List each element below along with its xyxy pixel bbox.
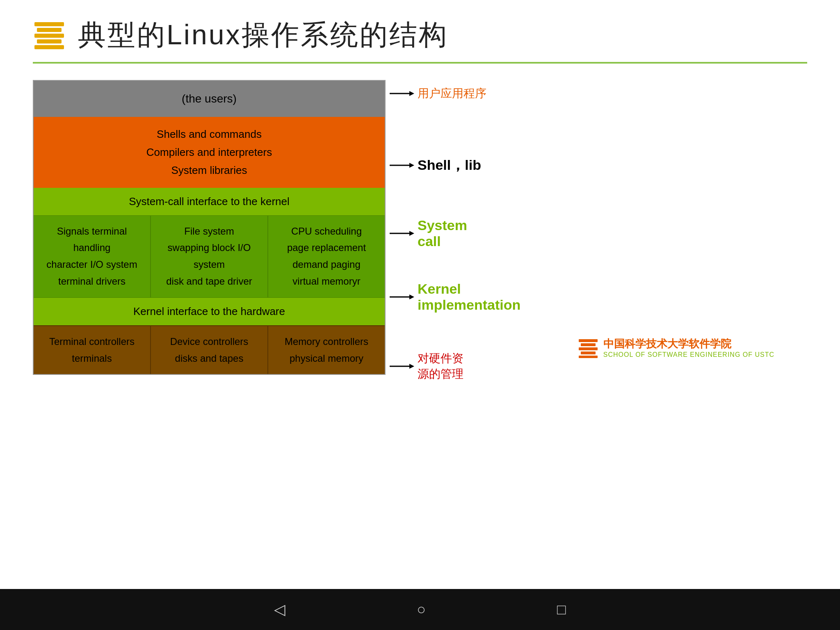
svg-rect-15 — [579, 339, 598, 342]
recent-button[interactable]: □ — [557, 601, 566, 618]
hw-label-text: 对硬件资 源的管理 — [418, 351, 463, 382]
school-logo: 中国科学技术大学软件学院 SCHOOL OF SOFTWARE ENGINEER… — [578, 337, 774, 358]
kernel-layer: Signals terminal handling character I/O … — [34, 215, 385, 297]
school-text: 中国科学技术大学软件学院 SCHOOL OF SOFTWARE ENGINEER… — [603, 337, 774, 358]
arrow-users — [390, 89, 414, 98]
architecture-diagram: (the users) Shells and commands Compiler… — [33, 80, 386, 375]
users-label-row: 用户应用程序 — [390, 86, 486, 101]
content-area: (the users) Shells and commands Compiler… — [33, 80, 807, 375]
kernel-cell-cpu: CPU scheduling page replacement demand p… — [268, 216, 385, 297]
hw-cell-memory: Memory controllers physical memory — [268, 326, 385, 374]
svg-rect-3 — [37, 39, 62, 43]
kernel-label-text: Kernel implementation — [418, 281, 520, 313]
slide-title: 典型的Linux操作系统的结构 — [78, 16, 448, 54]
syscall-label-row: System call — [390, 217, 467, 249]
arrow-syscall — [390, 228, 414, 238]
kernel-cell-signals: Signals terminal handling character I/O … — [34, 216, 151, 297]
users-label-text: 用户应用程序 — [418, 86, 486, 101]
svg-rect-0 — [34, 22, 64, 26]
svg-marker-14 — [409, 364, 414, 369]
svg-marker-12 — [409, 294, 414, 299]
arrow-kernel — [390, 292, 414, 302]
home-button[interactable]: ○ — [417, 601, 426, 618]
ustc-logo-icon — [33, 19, 66, 52]
school-en-name: SCHOOL OF SOFTWARE ENGINEERING OF USTC — [603, 351, 774, 358]
shell-label-text: Shell，lib — [418, 156, 481, 175]
syscall-layer: System-call interface to the kernel — [34, 188, 385, 215]
arrow-shell — [390, 160, 414, 170]
svg-rect-19 — [579, 356, 598, 358]
school-cn-name: 中国科学技术大学软件学院 — [603, 337, 774, 351]
arrow-hw — [390, 361, 414, 371]
svg-rect-2 — [34, 34, 64, 38]
slide-header: 典型的Linux操作系统的结构 — [33, 16, 807, 54]
orange-layer: Shells and commands Compilers and interp… — [34, 117, 385, 188]
back-button[interactable]: ◁ — [274, 601, 285, 618]
svg-rect-4 — [34, 45, 64, 49]
svg-rect-16 — [581, 343, 596, 346]
slide-area: 典型的Linux操作系统的结构 (the users) Shells and c… — [0, 0, 840, 589]
svg-marker-8 — [409, 163, 414, 168]
svg-marker-10 — [409, 231, 414, 236]
hw-cell-device: Device controllers disks and tapes — [151, 326, 268, 374]
header-divider — [33, 62, 807, 64]
svg-rect-18 — [581, 352, 596, 354]
school-logo-icon — [578, 338, 598, 358]
svg-rect-1 — [37, 28, 62, 32]
kernel-cell-filesystem: File system swapping block I/O system di… — [151, 216, 268, 297]
hw-cell-terminal: Terminal controllers terminals — [34, 326, 151, 374]
hw-interface-layer: Kernel interface to the hardware — [34, 297, 385, 325]
nav-bar: ◁ ○ □ — [0, 589, 840, 630]
hw-label-row: 对硬件资 源的管理 — [390, 351, 463, 382]
kernel-label-row: Kernel implementation — [390, 281, 520, 313]
syscall-label-text: System call — [418, 217, 467, 249]
svg-rect-17 — [579, 347, 598, 350]
svg-marker-6 — [409, 91, 414, 96]
users-layer: (the users) — [34, 81, 385, 117]
hardware-layer: Terminal controllers terminals Device co… — [34, 325, 385, 374]
shell-label-row: Shell，lib — [390, 156, 481, 175]
